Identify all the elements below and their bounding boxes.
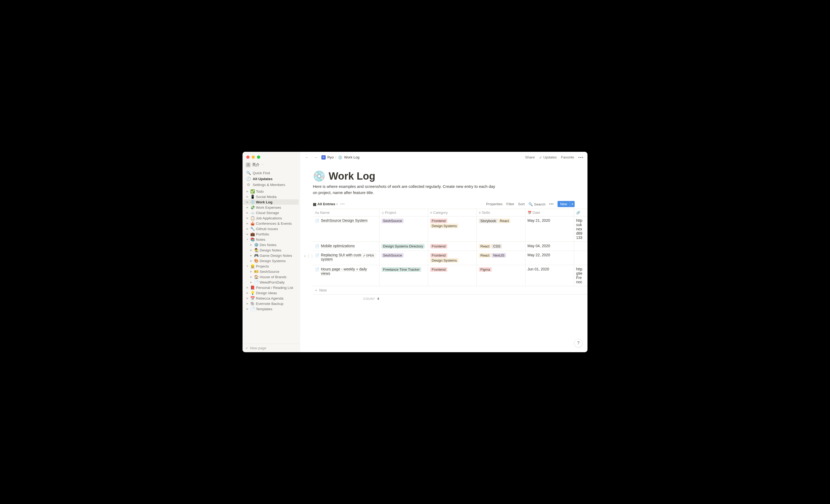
sidebar-item[interactable]: ▼📚Notes [244,237,299,242]
filter-button[interactable]: Filter [506,202,514,206]
sidebar-item[interactable]: ▶☁️Cloud Storage [244,210,299,215]
column-header-link[interactable]: 🔗 [574,209,587,216]
caret-icon[interactable]: ▶ [246,211,249,214]
cell-project[interactable]: Freelance Time Tracker [379,265,428,286]
caret-icon[interactable]: ▶ [250,249,253,251]
cell-date[interactable]: Jun 01, 2020 [525,265,574,286]
caret-icon[interactable]: ▼ [246,238,249,241]
page-emoji[interactable]: 💿 [313,170,325,182]
tag[interactable]: Storybook [479,219,498,223]
cell-link[interactable] [574,251,587,265]
cell-date[interactable]: May 22, 2020 [525,251,574,265]
caret-icon[interactable]: ▶ [246,302,249,305]
new-page-button[interactable]: + New page [243,344,300,352]
row-title[interactable]: Mobile optimizations [321,244,355,248]
page-description[interactable]: Here is where examples and screenshots o… [313,183,500,196]
updates-button[interactable]: ✓ Updates [539,155,557,160]
tag[interactable]: Frontend [430,244,447,248]
sidebar-item[interactable]: ▶🎫SeshSource [244,269,299,274]
sidebar-item[interactable]: ▶🎮Game Design Notes [244,253,299,258]
cell-category[interactable]: Frontend [428,265,477,286]
column-header-date[interactable]: 📅Date [525,209,574,216]
tag[interactable]: Frontend [430,267,447,272]
sidebar-item[interactable]: ▶💡Design Ideas [244,290,299,296]
sort-button[interactable]: Sort [518,202,524,206]
column-header-skills[interactable]: ≡Skills [477,209,525,216]
sidebar-item[interactable]: ▶📕Personal / Reading List [244,285,299,290]
sidebar-item[interactable]: ▶💼Portfolio [244,231,299,237]
close-window-button[interactable] [246,156,250,159]
caret-icon[interactable]: ▶ [250,243,253,246]
workspace-switcher[interactable]: 亮 亮介 ⌃ [243,161,300,170]
minimize-window-button[interactable] [252,156,255,159]
more-menu-button[interactable]: ••• [578,155,584,159]
caret-icon[interactable]: ▶ [250,275,253,278]
new-row-button[interactable]: + New [313,286,587,295]
caret-icon[interactable]: ▶ [246,195,249,198]
share-button[interactable]: Share [525,155,535,159]
all-updates[interactable]: 🕘 All Updates [244,176,299,182]
search-button[interactable]: 🔍 Search [529,202,545,206]
sidebar-item[interactable]: ▶🎨Design Systems [244,258,299,264]
caret-icon[interactable]: ▶ [246,292,249,294]
column-header-category[interactable]: ≡Category [428,209,477,216]
tag[interactable]: React [479,244,491,248]
sidebar-item[interactable]: ▶📱Social Media [244,194,299,199]
caret-icon[interactable]: ▶ [250,281,253,283]
caret-icon[interactable]: ▶ [250,254,253,257]
favorite-button[interactable]: Favorite [561,155,574,159]
sidebar-item[interactable]: ▶🐘Evernote Backup [244,301,299,306]
new-button-dropdown[interactable]: ▾ [570,201,575,207]
sidebar-item[interactable]: ▶👨‍🎨Design Notes [244,247,299,253]
new-entry-button[interactable]: New ▾ [557,201,575,207]
new-button-label[interactable]: New [557,201,570,207]
caret-icon[interactable]: ▶ [246,190,249,193]
caret-icon[interactable]: ▶ [246,222,249,225]
table-row[interactable]: 📄Mobile optimizationsDesign Systems Dire… [313,242,587,251]
breadcrumb-page[interactable]: Work Log [344,155,360,159]
cell-project[interactable]: Design Systems Directory [379,242,428,251]
caret-icon[interactable]: ▼ [246,265,249,268]
sidebar-item[interactable]: ▼👷Projects [244,264,299,269]
sidebar-item[interactable]: ▶💸Work Expenses [244,205,299,210]
caret-icon[interactable]: ▶ [250,260,253,262]
sidebar-item[interactable]: ▶📋Job Applications [244,215,299,221]
sidebar-item[interactable]: ▶📅Rebecca Agenda [244,296,299,301]
tag[interactable]: CSS [491,244,502,248]
tag[interactable]: SeshSource [382,253,404,258]
page-title[interactable]: Work Log [329,170,376,182]
nav-back-button[interactable]: ← [304,155,310,160]
add-row-icon[interactable]: + [304,254,306,258]
tag[interactable]: SeshSource [382,219,404,223]
sidebar-item[interactable]: ▶✅Todo [244,189,299,194]
caret-icon[interactable]: ▶ [246,286,249,289]
tag[interactable]: Design Systems Directory [382,244,425,248]
tag[interactable]: Frontend [430,253,447,258]
column-header-name[interactable]: AaName [313,209,379,216]
row-title[interactable]: SeshSource Design System [321,218,368,223]
caret-icon[interactable]: ▶ [246,297,249,300]
db-more-button[interactable]: ••• [549,202,554,206]
help-button[interactable]: ? [574,339,583,347]
tag[interactable]: Design Systems [430,258,458,263]
properties-button[interactable]: Properties [486,202,503,206]
drag-handle-icon[interactable]: ⋮⋮ [307,254,314,258]
nav-forward-button[interactable]: → [313,155,319,160]
cell-category[interactable]: Frontend [428,242,477,251]
cell-link[interactable] [574,242,587,251]
cell-project[interactable]: SeshSource [379,251,428,265]
tag[interactable]: React [479,253,491,258]
sidebar-item[interactable]: ▶🎪Conferences & Events [244,221,299,226]
sidebar-item[interactable]: ▶🔧Github Issues [244,226,299,231]
sidebar-item[interactable]: ▶📄Templates [244,306,299,312]
quick-find[interactable]: 🔍 Quick Find [244,170,299,176]
tag[interactable]: Frontend [430,219,447,223]
sidebar-item[interactable]: ▶🏠House of Brands [244,274,299,279]
sidebar-item[interactable]: ▶⚙️Dev Notes [244,242,299,247]
cell-project[interactable]: SeshSource [379,216,428,242]
tag[interactable]: Figma [479,267,492,272]
caret-icon[interactable]: ▶ [246,201,249,203]
caret-icon[interactable]: ▶ [250,270,253,273]
sidebar-item[interactable]: ▶📄WeedPornDaily [244,279,299,285]
cell-date[interactable]: May 21, 2020 [525,216,574,242]
